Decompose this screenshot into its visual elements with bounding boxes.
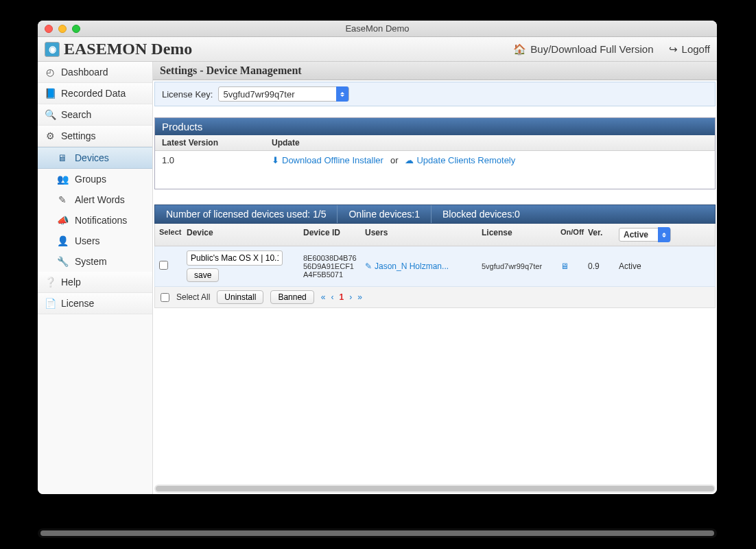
pager-current: 1 (339, 292, 344, 302)
uninstall-button[interactable]: Uninstall (217, 290, 263, 304)
or-text: or (390, 155, 399, 165)
devices-footer: Select All Uninstall Banned « ‹ 1 › » (154, 287, 716, 308)
device-status-value: Active (615, 257, 676, 275)
cloud-icon: ☁ (405, 155, 414, 165)
hdr-license: License (477, 224, 556, 246)
hdr-select: Select (155, 224, 182, 246)
device-id-value: 8E60038D4B7656D9A91ECF1A4F5B5071 (299, 250, 361, 283)
home-icon: 🏠 (513, 43, 526, 56)
chevrons-icon (658, 227, 670, 242)
gear-icon: ⚙ (45, 130, 56, 141)
sidebar-sub-system[interactable]: 🔧 System (38, 251, 152, 272)
devices-header: Select Device Device ID Users License On… (154, 224, 716, 246)
content-horizontal-scrollbar[interactable] (154, 484, 716, 493)
sidebar-item-recorded-data[interactable]: 📘 Recorded Data (38, 83, 152, 104)
select-all-label: Select All (176, 292, 210, 302)
license-key-bar: License Key: 5vgfud7wr99q7ter (154, 82, 716, 106)
hdr-status: Active (615, 224, 676, 246)
brand-title: EASEMON Demo (64, 40, 192, 58)
help-icon: ❔ (45, 277, 56, 288)
products-panel: Products Latest Version Update 1.0 ⬇ Dow… (154, 117, 716, 189)
pencil-icon: ✎ (365, 261, 372, 271)
select-all-checkbox[interactable] (161, 293, 169, 302)
products-heading: Products (155, 118, 715, 135)
sidebar-item-settings[interactable]: ⚙ Settings (38, 126, 152, 147)
window-title: EaseMon Demo (38, 23, 717, 34)
sidebar-item-license[interactable]: 📄 License (38, 293, 152, 314)
device-version-value: 0.9 (584, 257, 615, 275)
sidebar-item-search[interactable]: 🔍 Search (38, 104, 152, 126)
monitor-icon: 🖥 (57, 152, 68, 163)
logoff-link[interactable]: ↪ Logoff (669, 43, 710, 56)
logoff-icon: ↪ (669, 43, 678, 56)
wand-icon: ✎ (57, 194, 68, 205)
sidebar-item-help[interactable]: ❔ Help (38, 272, 152, 293)
main-area: ◴ Dashboard 📘 Recorded Data 🔍 Search ⚙ S… (38, 62, 717, 494)
page-title: Settings - Device Management (153, 62, 717, 80)
device-stats-bar: Number of licensed devices used: 1/5 Onl… (154, 205, 716, 224)
products-spacer (155, 170, 715, 189)
sidebar-item-dashboard[interactable]: ◴ Dashboard (38, 62, 152, 83)
book-icon: 📘 (45, 88, 56, 99)
wrench-icon: 🔧 (57, 256, 68, 267)
hdr-onoff: On/Off (556, 224, 584, 246)
buy-download-link[interactable]: 🏠 Buy/Download Full Version (513, 43, 653, 56)
megaphone-icon: 📣 (57, 215, 68, 226)
stat-licensed: Number of licensed devices used: 1/5 (155, 205, 338, 223)
brand-icon: ◉ (45, 42, 60, 57)
chevrons-icon (336, 86, 349, 102)
titlebar: EaseMon Demo (38, 21, 717, 37)
products-row: 1.0 ⬇ Download Offline Installer or ☁ Up… (155, 151, 715, 170)
latest-version-value: 1.0 (155, 151, 265, 170)
col-latest-version: Latest Version (155, 135, 265, 150)
col-update: Update (265, 135, 715, 150)
window-horizontal-scrollbar[interactable] (38, 528, 717, 538)
device-user-link[interactable]: ✎ Jason_N Holzman... (365, 261, 449, 271)
groups-icon: 👥 (57, 174, 68, 185)
scrollbar-thumb[interactable] (156, 486, 714, 491)
products-header-row: Latest Version Update (155, 135, 715, 151)
sidebar: ◴ Dashboard 📘 Recorded Data 🔍 Search ⚙ S… (38, 62, 153, 494)
scrollbar-thumb[interactable] (40, 530, 714, 536)
device-onoff-toggle[interactable]: 🖥 (556, 257, 584, 275)
row-select-checkbox[interactable] (159, 261, 168, 270)
sidebar-sub-users[interactable]: 👤 Users (38, 231, 152, 251)
search-icon: 🔍 (45, 109, 56, 120)
hdr-users: Users (361, 224, 477, 246)
pager: « ‹ 1 › » (321, 292, 362, 302)
content: Settings - Device Management License Key… (153, 62, 717, 494)
hdr-ver: Ver. (584, 224, 615, 246)
save-device-button[interactable]: save (187, 268, 219, 282)
gauge-icon: ◴ (45, 67, 56, 78)
device-row: save 8E60038D4B7656D9A91ECF1A4F5B5071 ✎ … (154, 246, 716, 287)
license-key-label: License Key: (162, 89, 213, 100)
download-icon: ⬇ (272, 155, 279, 165)
sidebar-sub-alert-words[interactable]: ✎ Alert Words (38, 189, 152, 210)
license-key-select[interactable]: 5vgfud7wr99q7ter (218, 86, 349, 102)
device-name-input[interactable] (187, 250, 283, 266)
sidebar-sub-notifications[interactable]: 📣 Notifications (38, 210, 152, 231)
stat-online: Online devices:1 (338, 205, 432, 223)
user-icon: 👤 (57, 235, 68, 246)
hdr-device-id: Device ID (299, 224, 361, 246)
pager-last[interactable]: » (357, 292, 362, 302)
stat-blocked: Blocked devices:0 (432, 205, 531, 223)
banned-button[interactable]: Banned (270, 290, 314, 304)
pager-first[interactable]: « (321, 292, 326, 302)
device-license-value: 5vgfud7wr99q7ter (477, 258, 556, 274)
license-icon: 📄 (45, 298, 56, 309)
hdr-device: Device (182, 224, 299, 246)
sidebar-sub-groups[interactable]: 👥 Groups (38, 169, 152, 189)
pager-next[interactable]: › (349, 292, 352, 302)
pager-prev[interactable]: ‹ (331, 292, 333, 302)
download-offline-installer-link[interactable]: ⬇ Download Offline Installer (272, 155, 383, 165)
monitor-icon: 🖥 (560, 261, 569, 271)
status-filter-select[interactable]: Active (619, 228, 671, 242)
update-clients-remotely-link[interactable]: ☁ Update Clients Remotely (405, 155, 515, 165)
brand: ◉ EASEMON Demo (45, 40, 192, 58)
app-header: ◉ EASEMON Demo 🏠 Buy/Download Full Versi… (38, 37, 717, 62)
app-window: EaseMon Demo ◉ EASEMON Demo 🏠 Buy/Downlo… (38, 21, 717, 494)
sidebar-sub-devices[interactable]: 🖥 Devices (38, 147, 152, 169)
